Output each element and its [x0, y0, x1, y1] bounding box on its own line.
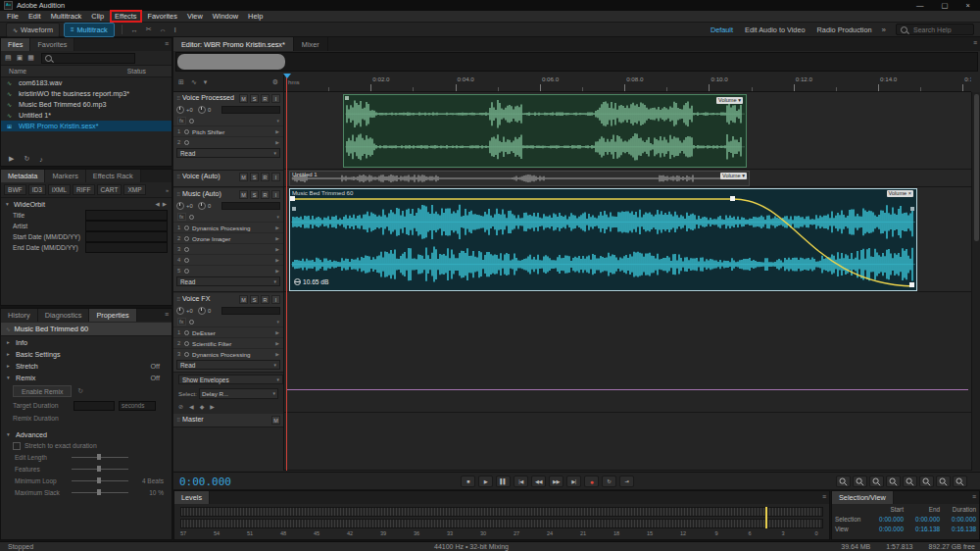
help-search-box[interactable] — [896, 24, 974, 35]
file-row-com6183-wav[interactable]: ∿com6183.wav — [1, 77, 172, 88]
slider-thumb[interactable] — [97, 489, 101, 495]
zoom-navigator[interactable] — [175, 52, 978, 72]
chevron-down-icon[interactable]: ▾ — [204, 78, 208, 86]
pan-knob[interactable] — [198, 307, 206, 315]
fx-toggle[interactable]: fx — [177, 318, 186, 326]
razor-tool-icon[interactable]: ✂ — [144, 25, 154, 33]
column-name[interactable]: Name — [9, 68, 26, 75]
files-search-box[interactable] — [41, 53, 135, 64]
fx-slot-power-icon[interactable] — [184, 330, 189, 335]
waveform-view-button[interactable]: ∿Waveform — [6, 23, 60, 37]
menu-item-multitrack[interactable]: Multitrack — [46, 11, 87, 22]
section-stretch[interactable]: ▸StretchOff — [1, 360, 172, 372]
transport-skip-selection-button[interactable]: ⇥ — [619, 476, 634, 487]
next-keyframe-icon[interactable]: ▶ — [210, 403, 215, 410]
section-remix[interactable]: ▾RemixOff — [1, 372, 172, 383]
track-grip-icon[interactable]: ⠿ — [176, 191, 180, 197]
section-basic-settings[interactable]: ▸Basic Settings — [1, 348, 172, 360]
fade-in-handle[interactable] — [345, 96, 349, 100]
chevron-down-icon[interactable]: ▾ — [277, 119, 279, 124]
metadata-field-input-title[interactable] — [85, 210, 168, 221]
fx-slot-2[interactable]: 2▶ — [173, 136, 283, 147]
panel-menu-icon[interactable]: ≡ — [973, 39, 977, 46]
tab-mixer[interactable]: Mixer — [294, 37, 328, 51]
transport-loop-playback-button[interactable]: ↻ — [602, 476, 616, 487]
fx-slot-power-icon[interactable] — [184, 352, 189, 357]
panel-menu-icon[interactable]: ≡ — [165, 40, 169, 47]
metadata-field-input-start-date-mm-dd-yy[interactable] — [85, 231, 168, 242]
target-duration-unit-dropdown[interactable]: seconds — [119, 401, 156, 411]
chevron-down-icon[interactable]: ▾ — [277, 320, 279, 325]
tab-diagnostics[interactable]: Diagnostics — [38, 309, 90, 322]
slider-track[interactable] — [72, 457, 128, 458]
new-file-icon[interactable]: ▣ — [17, 54, 24, 62]
track-grip-icon[interactable]: ⠿ — [176, 95, 180, 101]
previous-keyframe-icon[interactable]: ◀ — [189, 403, 194, 410]
menu-item-effects[interactable]: Effects — [110, 10, 141, 23]
next-page-icon[interactable]: ▶ — [163, 201, 167, 207]
fx-slot-menu-icon[interactable]: ▶ — [275, 269, 279, 274]
tab-files[interactable]: Files — [1, 38, 30, 51]
pan-knob[interactable] — [198, 106, 206, 114]
slider-track[interactable] — [72, 469, 128, 470]
fx-slot-power-icon[interactable] — [184, 140, 189, 145]
track-s-button[interactable]: S — [250, 94, 259, 103]
fx-slot-power-icon[interactable] — [184, 258, 189, 263]
slider-thumb[interactable] — [97, 454, 101, 460]
track-m-button[interactable]: M — [239, 94, 248, 103]
show-envelopes-button[interactable]: Show Envelopes▾ — [178, 375, 283, 384]
section-info[interactable]: ▸Info — [1, 336, 172, 348]
fade-in-handle[interactable] — [292, 207, 296, 211]
menu-item-clip[interactable]: Clip — [86, 11, 109, 22]
voicefx-envelope-line[interactable] — [286, 389, 968, 390]
fx-slot-menu-icon[interactable]: ▶ — [275, 352, 279, 357]
fx-power-icon[interactable] — [189, 119, 194, 124]
snap-toggle-icon[interactable]: ∿ — [191, 78, 197, 86]
track-grip-icon[interactable]: ⠿ — [176, 417, 180, 423]
fx-toggle[interactable]: fx — [177, 213, 186, 221]
metadata-field-input-artist[interactable] — [85, 221, 168, 231]
settings-gear-icon[interactable]: ⚙ — [272, 78, 278, 86]
track-s-button[interactable]: S — [250, 173, 259, 181]
transport-zoom-to-selection-button[interactable] — [936, 476, 951, 487]
fx-slot-3[interactable]: 3▶ — [173, 243, 283, 254]
fx-slot-4[interactable]: 4▶ — [173, 254, 283, 265]
multitrack-view-button[interactable]: ≡Multitrack — [64, 23, 115, 37]
enable-remix-button[interactable]: Enable Remix — [13, 385, 72, 397]
add-keyframe-icon[interactable]: ◆ — [200, 403, 205, 410]
import-file-icon[interactable]: ▤ — [5, 54, 12, 62]
track-header-voice-processed[interactable]: ⠿Voice ProcessedMSRI+00fx▾1Pitch Shifter… — [173, 92, 283, 171]
previous-page-icon[interactable]: ◀ — [156, 201, 160, 207]
track-grip-icon[interactable]: ⠿ — [176, 296, 180, 302]
track-i-button[interactable]: I — [271, 190, 280, 199]
transport-zoom-out-horizontal-button[interactable] — [853, 476, 867, 487]
metadata-format-tab-bwf[interactable]: BWF — [4, 184, 26, 195]
file-row-wbr-promo-kristin-sesx[interactable]: ⊞WBR Promo Kristin.sesx* — [1, 121, 172, 131]
transport-play-button[interactable]: ▶ — [478, 476, 493, 487]
tab-markers[interactable]: Markers — [45, 170, 85, 182]
fx-slot-1[interactable]: 1Dynamics Processing▶ — [173, 222, 283, 232]
metadata-format-tab-id3[interactable]: ID3 — [28, 184, 46, 195]
preview-volume-icon[interactable]: ♪ — [39, 156, 43, 163]
clip-music-bed[interactable]: Music Bed Trimmed 60 Volume × 10.65 dB — [289, 188, 917, 291]
fx-slot-menu-icon[interactable]: ▶ — [275, 258, 279, 263]
clip-gain-control[interactable]: 10.65 dB — [294, 278, 328, 285]
track-r-button[interactable]: R — [261, 94, 270, 103]
preview-play-icon[interactable]: ▶ — [9, 155, 14, 163]
track-i-button[interactable]: I — [271, 94, 280, 103]
fx-power-icon[interactable] — [189, 215, 194, 220]
menu-item-file[interactable]: File — [2, 11, 24, 22]
panel-menu-icon[interactable]: ≡ — [972, 493, 976, 500]
pan-knob[interactable] — [198, 202, 206, 210]
zoom-navigator-thumb[interactable] — [177, 54, 285, 70]
tab-properties[interactable]: Properties — [89, 309, 136, 322]
metadata-format-tab-cart[interactable]: CART — [97, 184, 122, 195]
automation-mode-dropdown[interactable]: Read▾ — [176, 360, 280, 370]
fx-slot-power-icon[interactable] — [184, 129, 189, 134]
fx-slot-menu-icon[interactable]: ▶ — [275, 247, 279, 252]
menu-item-favorites[interactable]: Favorites — [143, 11, 182, 22]
track-r-button[interactable]: R — [261, 173, 270, 181]
tab-editor[interactable]: Editor: WBR Promo Kristin.sesx* — [173, 37, 294, 51]
clip-volume-badge[interactable]: Volume × — [887, 190, 913, 197]
vertical-scrollbar[interactable] — [971, 92, 980, 471]
